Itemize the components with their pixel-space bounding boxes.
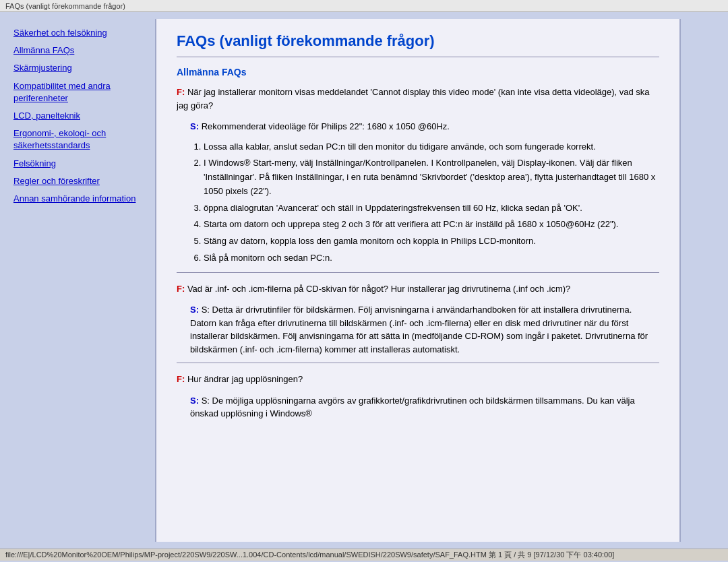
sidebar-item-compatibility[interactable]: Kompatibilitet med andra periferenheter <box>13 79 148 106</box>
faq1-step-1: Lossa alla kablar, anslut sedan PC:n til… <box>204 140 659 154</box>
divider-mid1 <box>177 272 659 273</box>
faq3-s-label: S: <box>190 396 199 406</box>
faq2-s-label: S: <box>190 305 199 315</box>
faq2-answer: S: S: Detta är drivrutinfiler för bildsk… <box>177 303 659 356</box>
faq2-question-text: Vad är .inf- och .icm-filerna på CD-skiv… <box>187 284 570 294</box>
section-heading: Allmänna FAQs <box>177 67 659 77</box>
faq1-step-6: Slå på monitorn och sedan PC:n. <box>204 251 659 266</box>
faq3-question: F: Hur ändrar jag upplösningen? <box>177 373 659 386</box>
status-bar-text: file:///E|/LCD%20Monitor%20OEM/Philips/M… <box>5 550 614 560</box>
faq1-question: F: När jag installerar monitorn visas me… <box>177 86 659 112</box>
faq1-step-4: Starta om datorn och upprepa steg 2 och … <box>204 218 659 232</box>
faq1-step-3: öppna dialogrutan 'Avancerat' och ställ … <box>204 201 659 216</box>
faq3-answer: S: S: De möjliga upplösningarna avgörs a… <box>177 394 659 420</box>
sidebar-item-regler[interactable]: Regler och föreskrifter <box>13 174 148 189</box>
faq1-answer: S: Rekommenderat videoläge för Philips 2… <box>177 120 659 133</box>
faq1-step-2: I Windows® Start-meny, välj Inställninga… <box>204 156 659 198</box>
faq2-f-label: F: <box>177 284 185 294</box>
faq2-answer-text: S: Detta är drivrutinfiler för bildskärm… <box>190 305 648 354</box>
faq2-question: F: Vad är .inf- och .icm-filerna på CD-s… <box>177 282 659 296</box>
divider-top <box>177 57 659 57</box>
sidebar-item-screen-adjustment[interactable]: Skärmjustering <box>13 61 148 75</box>
main-content: FAQs (vanligt förekommande frågor) Allmä… <box>155 19 681 542</box>
title-bar-text: FAQs (vanligt förekommande frågor) <box>5 2 125 10</box>
faq1-question-text: När jag installerar monitorn visas medde… <box>177 87 650 111</box>
right-sidebar <box>681 19 721 542</box>
left-sidebar: Säkerhet och felsökning Allmänna FAQs Sk… <box>7 19 155 542</box>
faq3-question-text: Hur ändrar jag upplösningen? <box>187 374 303 384</box>
sidebar-item-faqs[interactable]: Allmänna FAQs <box>13 43 148 58</box>
faq1-f-label: F: <box>177 87 185 97</box>
sidebar-item-ergonomi[interactable]: Ergonomi-, ekologi- och säkerhetsstandar… <box>13 126 148 153</box>
sidebar-item-felsoekning[interactable]: Felsökning <box>13 156 148 171</box>
faq1-step-5: Stäng av datorn, koppla loss den gamla m… <box>204 235 659 249</box>
faq1-answer-text: Rekommenderat videoläge för Philips 22":… <box>202 121 450 131</box>
faq3-answer-text: S: De möjliga upplösningarna avgörs av g… <box>190 396 635 419</box>
faq3-f-label: F: <box>177 374 185 384</box>
page-title: FAQs (vanligt förekommande frågor) <box>177 32 659 50</box>
faq1-steps: Lossa alla kablar, anslut sedan PC:n til… <box>204 140 659 266</box>
sidebar-item-safety[interactable]: Säkerhet och felsökning <box>13 26 148 40</box>
faq1-s-label: S: <box>190 121 199 131</box>
status-bar: file:///E|/LCD%20Monitor%20OEM/Philips/M… <box>0 549 728 561</box>
title-bar: FAQs (vanligt förekommande frågor) <box>0 0 728 12</box>
page-wrapper: Säkerhet och felsökning Allmänna FAQs Sk… <box>0 12 728 549</box>
sidebar-nav: Säkerhet och felsökning Allmänna FAQs Sk… <box>13 26 148 206</box>
sidebar-item-lcd-panel[interactable]: LCD, panelteknik <box>13 108 148 123</box>
sidebar-item-annan[interactable]: Annan samhörande information <box>13 191 148 206</box>
divider-mid2 <box>177 363 659 363</box>
